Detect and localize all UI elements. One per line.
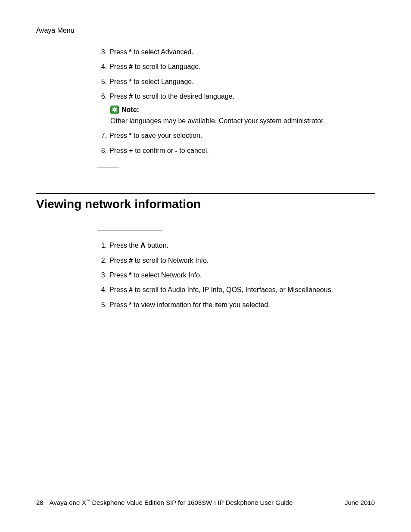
footer-product: Avaya one-X™ Deskphone Value Edition SIP… xyxy=(50,499,293,506)
divider-mid xyxy=(97,230,162,230)
step-b3: 3.Press * to select Network Info. xyxy=(97,271,375,280)
section-divider xyxy=(36,193,375,194)
step-4: 4.Press # to scroll to Language. xyxy=(97,62,375,72)
note-icon: ✱ xyxy=(110,106,119,114)
page-number: 28 xyxy=(36,499,44,506)
footer-left: 28 Avaya one-X™ Deskphone Value Edition … xyxy=(36,499,293,506)
step-b5: 5.Press * to view information for the it… xyxy=(97,300,375,310)
step-b4: 4.Press # to scroll to Audio Info, IP In… xyxy=(97,285,375,295)
divider-short-2 xyxy=(97,322,119,322)
steps-list-top: 3.Press * to select Advanced. 4.Press # … xyxy=(97,47,375,156)
page-footer: 28 Avaya one-X™ Deskphone Value Edition … xyxy=(36,499,375,506)
step-b2: 2.Press # to scroll to Network Info. xyxy=(97,256,375,265)
page-header: Avaya Menu xyxy=(36,27,75,34)
note-label: Note: xyxy=(121,105,139,115)
step-8: 8.Press + to confirm or - to cancel. xyxy=(97,146,375,156)
divider-short-1 xyxy=(97,168,119,168)
page-content: 3.Press * to select Advanced. 4.Press # … xyxy=(36,47,375,322)
header-title: Avaya Menu xyxy=(36,27,75,34)
footer-date: June 2010 xyxy=(345,499,375,506)
step-5: 5.Press * to select Language. xyxy=(97,77,375,87)
note-body: Other languages may be available. Contac… xyxy=(110,116,375,126)
step-b1: 1.Press the A button. xyxy=(97,241,375,250)
steps-list-bottom: 1.Press the A button. 2.Press # to scrol… xyxy=(97,241,375,310)
step-3: 3.Press * to select Advanced. xyxy=(97,47,375,57)
note-block: ✱ Note: Other languages may be available… xyxy=(110,105,375,126)
section-title: Viewing network information xyxy=(36,197,375,211)
note-header: ✱ Note: xyxy=(110,105,375,115)
step-6: 6.Press # to scroll to the desired langu… xyxy=(97,92,375,126)
step-7: 7.Press * to save your selection. xyxy=(97,131,375,140)
